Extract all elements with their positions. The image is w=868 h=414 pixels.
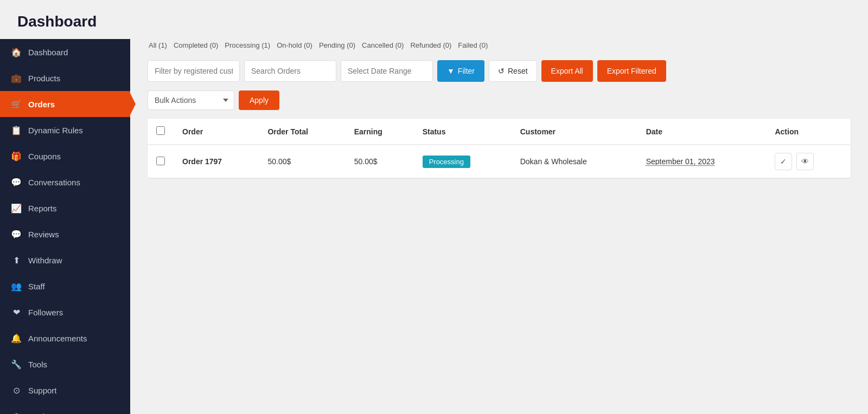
page-title: Dashboard <box>17 13 851 30</box>
sidebar-label-products: Products <box>28 74 60 83</box>
cell-action: ✓ 👁 <box>766 145 851 178</box>
staff-icon: 👥 <box>11 281 22 292</box>
filter-tab-all[interactable]: All (1) <box>148 39 168 51</box>
filter-tab-failed[interactable]: Failed (0) <box>457 39 489 51</box>
sidebar-item-tools[interactable]: 🔧 Tools <box>0 351 130 377</box>
sidebar-item-reviews[interactable]: 💬 Reviews <box>0 221 130 247</box>
filter-tab-processing[interactable]: Processing (1) <box>224 39 271 51</box>
cell-status: Processing <box>414 145 512 178</box>
tools-icon: 🔧 <box>11 359 22 370</box>
col-header-3: Earning <box>346 119 414 145</box>
sidebar-label-support: Support <box>28 386 57 395</box>
reset-icon: ↺ <box>498 67 505 75</box>
main-content: All (1)Completed (0)Processing (1)On-hol… <box>130 39 868 414</box>
table-body: Order 179750.00$50.00$ProcessingDokan & … <box>148 145 851 178</box>
support-icon: ⊙ <box>11 385 22 396</box>
sidebar: 🏠 Dashboard 💼 Products 🛒 Orders 📋 Dynami… <box>0 39 130 414</box>
conversations-icon: 💬 <box>11 177 22 187</box>
table-header: OrderOrder TotalEarningStatusCustomerDat… <box>148 119 851 145</box>
filter-label: Filter <box>458 67 475 75</box>
sidebar-item-dynamic-rules[interactable]: 📋 Dynamic Rules <box>0 117 130 143</box>
settings-icon: ⚙ <box>11 411 22 414</box>
sidebar-label-staff: Staff <box>28 282 45 291</box>
filter-tabs: All (1)Completed (0)Processing (1)On-hol… <box>148 39 851 51</box>
filter-tab-cancelled[interactable]: Cancelled (0) <box>361 39 405 51</box>
orders-icon: 🛒 <box>11 99 22 109</box>
search-input[interactable] <box>244 60 336 82</box>
sidebar-item-conversations[interactable]: 💬 Conversations <box>0 169 130 195</box>
filter-tab-pending[interactable]: Pending (0) <box>318 39 356 51</box>
announcements-icon: 🔔 <box>11 333 22 344</box>
export-all-button[interactable]: Export All <box>541 60 593 82</box>
status-badge: Processing <box>423 156 470 168</box>
filter-tab-on-hold[interactable]: On-hold (0) <box>276 39 314 51</box>
sidebar-item-withdraw[interactable]: ⬆ Withdraw <box>0 247 130 273</box>
filter-tab-refunded[interactable]: Refunded (0) <box>409 39 452 51</box>
reset-button[interactable]: ↺ Reset <box>489 60 537 82</box>
row-checkbox[interactable] <box>156 157 165 165</box>
orders-table: OrderOrder TotalEarningStatusCustomerDat… <box>148 119 851 178</box>
bulk-actions-select[interactable]: Bulk Actions <box>148 90 234 110</box>
col-header-5: Customer <box>512 119 637 145</box>
reports-icon: 📈 <box>11 203 22 214</box>
toolbar: ▼ Filter ↺ Reset Export All Export Filte… <box>148 60 851 82</box>
dashboard-icon: 🏠 <box>11 47 22 57</box>
sidebar-label-followers: Followers <box>28 308 63 317</box>
filter-icon: ▼ <box>447 67 455 75</box>
sidebar-label-reviews: Reviews <box>28 230 59 239</box>
header-row: OrderOrder TotalEarningStatusCustomerDat… <box>148 119 851 145</box>
withdraw-icon: ⬆ <box>11 255 22 266</box>
bulk-actions-bar: Bulk Actions Apply <box>148 90 851 110</box>
sidebar-label-dynamic-rules: Dynamic Rules <box>28 126 83 135</box>
sidebar-item-support[interactable]: ⊙ Support <box>0 377 130 403</box>
reset-label: Reset <box>508 67 528 75</box>
col-header-2: Order Total <box>259 119 345 145</box>
sidebar-item-coupons[interactable]: 🎁 Coupons <box>0 143 130 169</box>
sidebar-label-reports: Reports <box>28 204 57 213</box>
reviews-icon: 💬 <box>11 229 22 240</box>
dynamic-rules-icon: 📋 <box>11 125 22 135</box>
sidebar-label-withdraw: Withdraw <box>28 256 62 265</box>
sidebar-label-orders: Orders <box>28 100 55 109</box>
filter-tab-completed[interactable]: Completed (0) <box>173 39 219 51</box>
sidebar-label-announcements: Announcements <box>28 334 87 343</box>
col-header-4: Status <box>414 119 512 145</box>
sidebar-label-settings: Settings <box>28 412 58 415</box>
sidebar-item-dashboard[interactable]: 🏠 Dashboard <box>0 39 130 65</box>
col-header-6: Date <box>637 119 767 145</box>
cell-customer: Dokan & Wholesale <box>512 145 637 178</box>
sidebar-item-reports[interactable]: 📈 Reports <box>0 195 130 221</box>
sidebar-item-orders[interactable]: 🛒 Orders <box>0 91 130 117</box>
date-range-input[interactable] <box>341 60 433 82</box>
export-filtered-button[interactable]: Export Filtered <box>597 60 666 82</box>
table-row: Order 179750.00$50.00$ProcessingDokan & … <box>148 145 851 178</box>
sidebar-item-announcements[interactable]: 🔔 Announcements <box>0 325 130 351</box>
sidebar-label-tools: Tools <box>28 360 47 369</box>
followers-icon: ❤ <box>11 307 22 318</box>
sidebar-label-conversations: Conversations <box>28 178 80 187</box>
products-icon: 💼 <box>11 73 22 83</box>
sidebar-label-dashboard: Dashboard <box>28 48 68 57</box>
view-button[interactable]: 👁 <box>796 153 814 170</box>
cell-earning: 50.00$ <box>346 145 414 178</box>
sidebar-item-followers[interactable]: ❤ Followers <box>0 299 130 325</box>
sidebar-item-products[interactable]: 💼 Products <box>0 65 130 91</box>
coupons-icon: 🎁 <box>11 151 22 161</box>
cell-order: Order 1797 <box>174 145 259 178</box>
select-all-checkbox[interactable] <box>156 126 165 135</box>
filter-button[interactable]: ▼ Filter <box>437 60 484 82</box>
col-header-7: Action <box>766 119 851 145</box>
complete-button[interactable]: ✓ <box>775 153 792 170</box>
filter-input[interactable] <box>148 60 240 82</box>
sidebar-label-coupons: Coupons <box>28 152 61 161</box>
sidebar-item-settings[interactable]: ⚙ Settings <box>0 403 130 414</box>
cell-order-total: 50.00$ <box>259 145 345 178</box>
col-header-0 <box>148 119 174 145</box>
apply-button[interactable]: Apply <box>239 90 279 110</box>
cell-date: September 01, 2023 <box>637 145 767 178</box>
sidebar-item-staff[interactable]: 👥 Staff <box>0 273 130 299</box>
col-header-1: Order <box>174 119 259 145</box>
